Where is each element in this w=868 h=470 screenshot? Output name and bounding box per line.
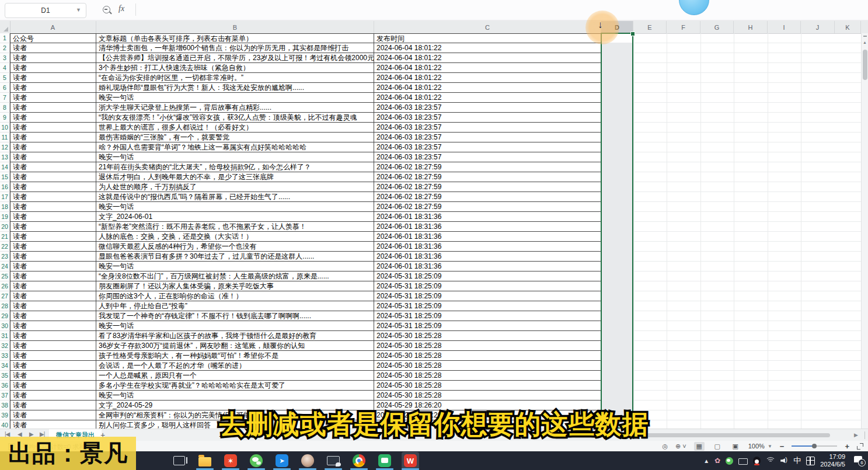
cell-A8[interactable]: 读者	[10, 103, 96, 113]
cell-B34[interactable]: 会说话，是一个人最了不起的才华（嘴笨的进）	[96, 361, 374, 371]
green-chat-button[interactable]	[376, 452, 393, 469]
blue-app-button[interactable]: ➤	[273, 452, 291, 469]
cell-A9[interactable]: 读者	[10, 113, 96, 123]
row-header-19[interactable]: 19	[0, 212, 10, 222]
wechat-button[interactable]	[247, 452, 265, 469]
row-header-3[interactable]: 3	[0, 53, 10, 63]
row-header-9[interactable]: 9	[0, 113, 10, 123]
cell-C33[interactable]: 2024-05-30 18:25:28	[374, 351, 601, 361]
cell-C19[interactable]: 2024-06-01 18:31:36	[374, 212, 601, 222]
cell-B33[interactable]: 孩子性格受母亲影响大，有一种妈妈最“可怕”！希望你不是	[96, 351, 374, 361]
cell-B11[interactable]: 最伤害婚姻的“三张脸”，有一个，就要警觉	[96, 133, 374, 142]
cell-C23[interactable]: 2024-06-01 18:31:36	[374, 252, 601, 262]
cell-B9[interactable]: “我的女友很漂亮！”小伙“爆改”毁容女孩，获3亿人点赞：顶级美貌，比不过有趣灵魂	[96, 113, 374, 123]
cell-B28[interactable]: 人到中年，停止给自己“投毒”	[96, 301, 374, 311]
row-header-28[interactable]: 28	[0, 301, 10, 311]
notification-center-button[interactable]: 6	[854, 456, 864, 465]
cell-C34[interactable]: 2024-05-30 18:25:28	[374, 361, 601, 371]
fullscreen-icon[interactable]	[857, 443, 863, 450]
empty-grid-area[interactable]	[633, 33, 861, 429]
task-view-button[interactable]	[170, 452, 188, 469]
cell-B24[interactable]: 晚安一句话	[96, 262, 374, 271]
zoom-slider[interactable]	[792, 445, 837, 447]
cell-A38[interactable]: 读者	[10, 401, 96, 410]
cell-C27[interactable]: 2024-05-31 18:25:09	[374, 291, 601, 301]
cell-A36[interactable]: 读者	[10, 381, 96, 391]
pan-mode-icon[interactable]: ⊕ ˅	[675, 443, 686, 450]
tray-expand-icon[interactable]: ▲	[703, 458, 709, 464]
screencast-button[interactable]	[325, 452, 342, 469]
cell-C20[interactable]: 2024-06-01 18:31:36	[374, 222, 601, 232]
row-header-20[interactable]: 20	[0, 222, 10, 232]
cell-A32[interactable]: 读者	[10, 341, 96, 351]
row-header-22[interactable]: 22	[0, 242, 10, 252]
row-header-24[interactable]: 24	[0, 262, 10, 271]
cell-A7[interactable]: 读者	[10, 93, 96, 103]
cell-A39[interactable]: 读者	[10, 410, 96, 420]
cell-C1[interactable]: 发布时间	[374, 33, 601, 43]
cell-A12[interactable]: 读者	[10, 142, 96, 152]
horizontal-scrollbar-thumb[interactable]	[639, 433, 830, 437]
cell-B23[interactable]: 显眼包爸爸表演节目有多拼？30年过去了，过儿童节的还是这群人......	[96, 252, 374, 262]
cell-A4[interactable]: 读者	[10, 63, 96, 73]
cell-C7[interactable]: 2024-06-04 18:01:22	[374, 93, 601, 103]
row-header-34[interactable]: 34	[0, 361, 10, 371]
ime-language-indicator[interactable]: 中	[793, 455, 801, 466]
vertical-scrollbar[interactable]: ▲	[861, 33, 868, 429]
cell-B35[interactable]: 一个人总是喊累，原因只有一个	[96, 371, 374, 381]
row-header-32[interactable]: 32	[0, 341, 10, 351]
cell-A21[interactable]: 读者	[10, 232, 96, 242]
row-header-30[interactable]: 30	[0, 321, 10, 331]
ime-grid-icon[interactable]	[806, 457, 815, 465]
row-header-18[interactable]: 18	[0, 202, 10, 212]
cell-B29[interactable]: 我发现了一个神奇的“存钱定律”！不服不行！钱到底去哪了啊啊啊......	[96, 311, 374, 321]
user-app-button[interactable]	[299, 452, 316, 469]
cell-A33[interactable]: 读者	[10, 351, 96, 361]
cell-A37[interactable]: 读者	[10, 391, 96, 401]
row-header-39[interactable]: 39	[0, 410, 10, 420]
cell-B19[interactable]: 文字_2024-06-01	[96, 212, 374, 222]
cell-B16[interactable]: 为人处世的顺序，千万别搞反了	[96, 182, 374, 192]
wechat-tray-icon[interactable]	[726, 457, 733, 465]
cell-C24[interactable]: 2024-06-01 18:31:36	[374, 262, 601, 271]
cell-C16[interactable]: 2024-06-02 18:27:59	[374, 182, 601, 192]
cell-A19[interactable]: 读者	[10, 212, 96, 222]
file-explorer-button[interactable]	[196, 452, 214, 469]
cell-B4[interactable]: 3个养生妙招：打工人快速洗去班味（紧急自救）	[96, 63, 374, 73]
cell-C29[interactable]: 2024-05-31 18:25:09	[374, 311, 601, 321]
cell-B3[interactable]: 【公共营养师】培训报名通道已开启，不限学历，23岁及以上可报！考过有机会领200…	[96, 53, 374, 63]
cell-A30[interactable]: 读者	[10, 321, 96, 331]
fill-handle[interactable]	[630, 32, 635, 36]
cell-B26[interactable]: 朋友圈刷屏了！还以为家人集体受骗，原来关乎吃饭大事	[96, 281, 374, 291]
cell-B7[interactable]: 晚安一句话	[96, 93, 374, 103]
cell-C21[interactable]: 2024-06-01 18:31:36	[374, 232, 601, 242]
row-header-14[interactable]: 14	[0, 162, 10, 172]
row-header-35[interactable]: 35	[0, 371, 10, 381]
cell-A29[interactable]: 读者	[10, 311, 96, 321]
cell-C12[interactable]: 2024-06-03 18:23:57	[374, 142, 601, 152]
cell-C36[interactable]: 2024-05-30 18:25:28	[374, 381, 601, 391]
cell-B25[interactable]: “全身没8位数不出门”，百万级网红被封禁：人生最高级的炫富，原来是......	[96, 271, 374, 281]
row-header-15[interactable]: 15	[0, 172, 10, 182]
cell-B6[interactable]: 婚礼现场伴郎“显眼包”行为大赏！新人：我这无处安放的尴尬啊......	[96, 83, 374, 93]
cell-C25[interactable]: 2024-05-31 18:25:09	[374, 271, 601, 281]
cell-C17[interactable]: 2024-06-02 18:27:59	[374, 192, 601, 202]
row-header-27[interactable]: 27	[0, 291, 10, 301]
vertical-scrollbar-thumb[interactable]	[863, 50, 867, 80]
cell-B37[interactable]: 晚安一句话	[96, 391, 374, 401]
qq-tray-icon[interactable]	[753, 457, 761, 465]
cell-C11[interactable]: 2024-06-03 18:23:57	[374, 133, 601, 142]
cell-B22[interactable]: 微信聊天最惹人反感的4种行为，希望你一个也没有	[96, 242, 374, 252]
scroll-up-icon[interactable]: ▲	[863, 40, 867, 44]
cell-A5[interactable]: 读者	[10, 73, 96, 83]
cell-A24[interactable]: 读者	[10, 262, 96, 271]
row-header-25[interactable]: 25	[0, 271, 10, 281]
row-header-38[interactable]: 38	[0, 401, 10, 410]
cell-C14[interactable]: 2024-06-02 18:27:59	[374, 162, 601, 172]
row-header-7[interactable]: 7	[0, 93, 10, 103]
row-header-23[interactable]: 23	[0, 252, 10, 262]
row-header-13[interactable]: 13	[0, 152, 10, 162]
row-header-10[interactable]: 10	[0, 123, 10, 133]
row-header-26[interactable]: 26	[0, 281, 10, 291]
cell-B18[interactable]: 晚安一句话	[96, 202, 374, 212]
